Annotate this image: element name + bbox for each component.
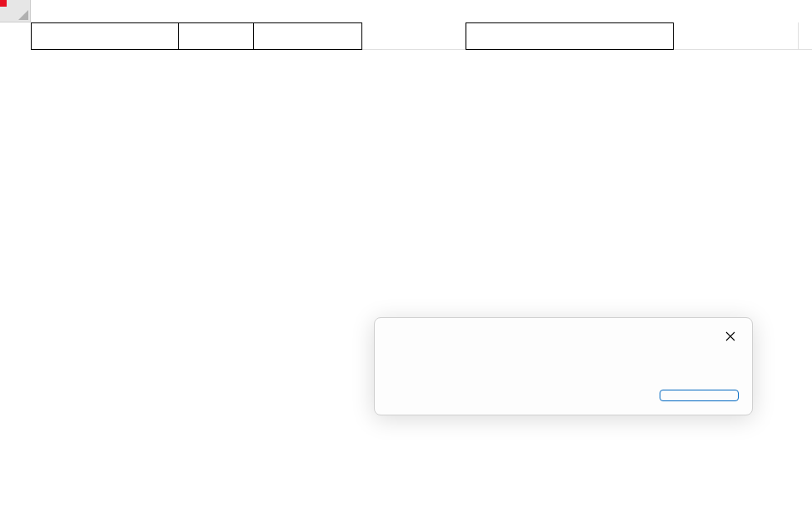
dialog-actions: [375, 385, 752, 415]
cell-C1[interactable]: [254, 22, 362, 50]
dialog-titlebar: [375, 318, 752, 353]
cell-G1[interactable]: [799, 22, 812, 50]
select-all-triangle-icon: [18, 10, 28, 20]
dialog-close-button[interactable]: [719, 326, 742, 346]
cells-area: [31, 22, 812, 50]
dialog-message: [375, 353, 752, 385]
cell-F1[interactable]: [674, 22, 799, 50]
cell-A1[interactable]: [31, 22, 179, 50]
ok-button[interactable]: [660, 390, 739, 401]
cell-E1[interactable]: [466, 22, 674, 50]
cell-D1[interactable]: [362, 22, 466, 50]
cell-B1[interactable]: [179, 22, 254, 50]
message-box: [374, 317, 753, 415]
close-icon: [725, 331, 735, 341]
select-all-corner[interactable]: [0, 0, 31, 22]
spreadsheet: [0, 0, 812, 522]
